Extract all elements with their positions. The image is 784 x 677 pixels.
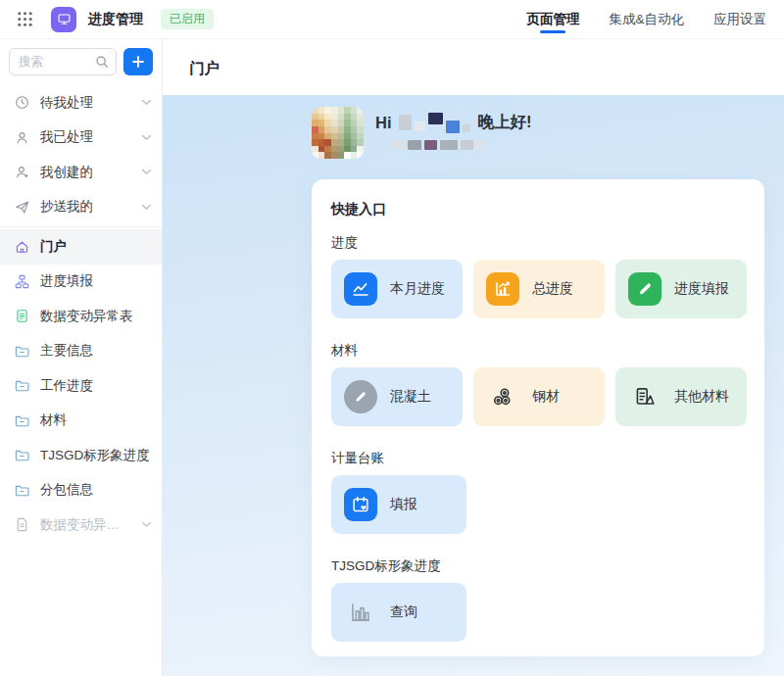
- chevron-down-icon: [141, 99, 152, 106]
- tab-page-management[interactable]: 页面管理: [526, 0, 579, 39]
- search-icon: [94, 54, 110, 70]
- sidebar-item-data-change-table[interactable]: 数据变动异常表: [0, 299, 162, 334]
- tile-monthly-progress[interactable]: 本月进度: [331, 260, 463, 318]
- folder-icon: [13, 343, 30, 360]
- avatar: [312, 107, 364, 159]
- sidebar-item-portal[interactable]: 门户: [0, 229, 162, 265]
- sitemap-icon: [13, 273, 30, 290]
- tile-concrete[interactable]: 混凝土: [331, 367, 463, 426]
- sidebar-divider: [0, 226, 162, 227]
- folder-icon: [13, 412, 30, 429]
- section-label: TJSGD标形象进度: [331, 557, 747, 575]
- main-area: 门户 Hi 晚上好! 快捷入口: [163, 39, 784, 676]
- sidebar-item-main-info[interactable]: 主要信息: [0, 334, 162, 369]
- materials-icon: [628, 380, 662, 413]
- tab-app-settings[interactable]: 应用设置: [713, 0, 766, 39]
- calendar-heart-icon: [344, 488, 377, 521]
- sidebar-item-progress-report[interactable]: 进度填报: [0, 265, 162, 300]
- top-tabs: 页面管理 集成&自动化 应用设置: [526, 0, 766, 39]
- folder-icon: [13, 377, 30, 394]
- clock-icon: [13, 94, 30, 111]
- section-tjsgd-progress: TJSGD标形象进度 查询: [331, 557, 747, 642]
- app-logo-monitor-icon: [51, 7, 76, 32]
- topbar: 进度管理 已启用 页面管理 集成&自动化 应用设置: [0, 0, 784, 39]
- portal-content: Hi 晚上好! 快捷入口 进度: [163, 95, 784, 676]
- greeting-suffix: 晚上好!: [478, 112, 532, 133]
- doc-icon: [13, 516, 30, 533]
- sidebar-item-materials[interactable]: 材料: [0, 404, 162, 439]
- status-badge: 已启用: [161, 9, 214, 29]
- bar-trend-icon: [486, 272, 519, 306]
- greeting-banner: Hi 晚上好!: [312, 107, 764, 159]
- chevron-down-icon: [141, 134, 152, 141]
- sidebar: 待我处理 我已处理 我创建的: [0, 39, 163, 676]
- quick-entry-card: 快捷入口 进度 本月进度: [312, 179, 764, 656]
- sidebar-group-created[interactable]: 我创建的: [0, 155, 162, 190]
- card-title: 快捷入口: [331, 201, 747, 218]
- section-progress: 进度 本月进度: [331, 234, 747, 318]
- tile-ledger-report[interactable]: 填报: [331, 475, 466, 534]
- tile-total-progress[interactable]: 总进度: [473, 260, 605, 318]
- chevron-down-icon: [141, 204, 152, 211]
- sidebar-item-work-progress[interactable]: 工作进度: [0, 368, 162, 404]
- tile-query[interactable]: 查询: [331, 583, 466, 642]
- trowel-icon: [344, 380, 377, 413]
- section-label: 材料: [331, 342, 747, 360]
- chevron-down-icon: [141, 169, 152, 175]
- sidebar-item-subcontract-info[interactable]: 分包信息: [0, 473, 162, 508]
- send-icon: [13, 199, 30, 216]
- sidebar-group-processed[interactable]: 我已处理: [0, 121, 162, 156]
- folder-icon: [13, 447, 30, 463]
- form-icon: [13, 308, 30, 324]
- bar-chart-icon: [344, 596, 377, 629]
- section-label: 进度: [331, 234, 747, 252]
- tile-other-materials[interactable]: 其他材料: [615, 367, 747, 426]
- redacted-name: [399, 115, 470, 130]
- steel-pipes-icon: [486, 380, 519, 413]
- section-label: 计量台账: [331, 450, 747, 467]
- chevron-down-icon: [141, 521, 152, 528]
- tile-steel[interactable]: 钢材: [473, 367, 605, 426]
- tile-progress-report[interactable]: 进度填报: [615, 260, 747, 318]
- line-chart-icon: [344, 272, 377, 306]
- plus-icon: [131, 55, 145, 69]
- app-launcher-grid-icon[interactable]: [12, 7, 37, 32]
- add-page-button[interactable]: [123, 48, 153, 75]
- redacted-subtitle: [391, 140, 484, 150]
- folder-icon: [13, 482, 30, 499]
- home-icon: [13, 238, 30, 255]
- page-title: 门户: [189, 60, 220, 76]
- section-materials: 材料 混凝土: [331, 342, 747, 426]
- section-measurement-ledger: 计量台账 填报: [331, 450, 747, 534]
- sidebar-item-tjsgd-progress[interactable]: TJSGD标形象进度: [0, 438, 162, 473]
- greeting-prefix: Hi: [375, 114, 392, 132]
- tab-integration-automation[interactable]: 集成&自动化: [609, 0, 684, 39]
- sidebar-group-pending[interactable]: 待我处理: [0, 85, 162, 121]
- app-title: 进度管理: [88, 11, 143, 28]
- sidebar-group-cc-me[interactable]: 抄送我的: [0, 190, 162, 225]
- sidebar-item-data-change-table-group[interactable]: 数据变动异常表: [0, 508, 162, 543]
- pen-icon: [628, 272, 662, 306]
- user-done-icon: [13, 129, 30, 146]
- user-create-icon: [13, 164, 30, 180]
